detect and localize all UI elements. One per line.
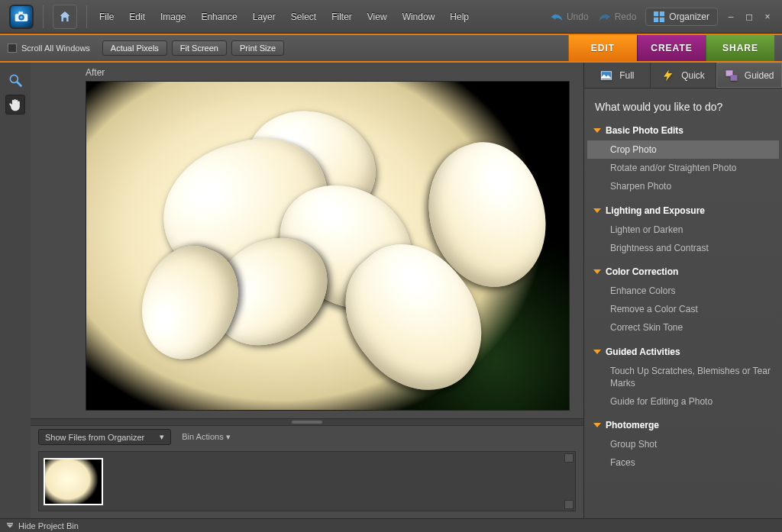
collapse-icon [6,523,14,529]
section-guided-activities[interactable]: Guided Activities [587,343,779,360]
bin-scrollbar[interactable] [564,453,574,509]
canvas-label: After [31,63,583,81]
svg-line-9 [18,82,21,86]
close-button[interactable]: × [761,11,774,23]
item-faces[interactable]: Faces [587,453,779,472]
zoom-tool[interactable] [5,70,25,90]
bin-splitter[interactable] [31,418,583,426]
item-sharpen-photo[interactable]: Sharpen Photo [587,177,779,195]
fit-screen-button[interactable]: Fit Screen [172,40,227,56]
camera-icon [15,11,28,22]
section-lighting-exposure[interactable]: Lighting and Exposure [587,202,779,219]
undo-label: Undo [567,11,589,22]
svg-point-3 [20,15,23,18]
triangle-down-icon [593,128,601,133]
item-touch-up-scratches[interactable]: Touch Up Scratches, Blemishes or Tear Ma… [587,362,779,392]
bin-actions-dropdown[interactable]: Bin Actions ▾ [182,432,230,442]
scroll-up-icon[interactable] [564,453,574,463]
subtab-guided[interactable]: Guided [716,63,782,88]
scroll-all-windows-checkbox[interactable]: Scroll All Windows [8,44,90,53]
actual-pixels-button[interactable]: Actual Pixels [102,40,167,56]
section-photomerge[interactable]: Photomerge [587,417,779,434]
bin-actions-label: Bin Actions [182,432,223,441]
checkbox-icon [8,44,17,53]
subtab-quick[interactable]: Quick [651,63,717,88]
mode-tab-edit[interactable]: EDIT [568,35,637,61]
item-guide-editing-photo[interactable]: Guide for Editing a Photo [587,392,779,411]
divider [86,5,87,28]
right-panel: Full Quick Guided What would you like to… [583,63,782,518]
quick-icon [661,69,675,82]
svg-rect-13 [7,523,13,524]
subtab-full-label: Full [619,70,634,81]
hand-tool[interactable] [5,95,25,114]
item-lighten-darken[interactable]: Lighten or Darken [587,221,779,239]
subtab-quick-label: Quick [681,70,705,81]
item-rotate-straighten[interactable]: Rotate and/or Straighten Photo [587,159,779,177]
grid-icon [654,11,664,22]
menu-image[interactable]: Image [153,8,193,25]
canvas-area: After Show Files from Organizer ▾ Bin Ac… [31,63,583,518]
triangle-down-icon [593,423,601,427]
main-area: After Show Files from Organizer ▾ Bin Ac… [0,63,782,518]
item-remove-color-cast[interactable]: Remove a Color Cast [587,300,779,318]
menu-enhance[interactable]: Enhance [193,8,244,25]
full-icon [599,69,613,82]
guided-icon [725,69,738,82]
mode-tab-create[interactable]: CREATE [637,35,706,61]
bin-strip [38,451,576,511]
menu-window[interactable]: Window [395,8,443,25]
item-brightness-contrast[interactable]: Brightness and Contrast [587,239,779,257]
section-color-correction[interactable]: Color Correction [587,263,779,280]
bin-thumbnail[interactable] [44,458,103,505]
main-menus: File Edit Image Enhance Layer Select Fil… [92,8,477,25]
menu-filter[interactable]: Filter [324,8,360,25]
item-crop-photo[interactable]: Crop Photo [587,140,779,159]
hide-project-bin-button[interactable]: Hide Project Bin [18,521,79,530]
magnifier-icon [8,73,23,88]
mode-tab-share[interactable]: SHARE [706,35,774,61]
redo-button[interactable]: Redo [598,11,637,22]
canvas-image[interactable] [86,81,570,411]
guided-panel-body: What would you like to do? Basic Photo E… [584,89,782,487]
redo-icon [598,12,612,21]
menu-view[interactable]: View [360,8,395,25]
menu-select[interactable]: Select [283,8,324,25]
menu-layer[interactable]: Layer [245,8,283,25]
minimize-button[interactable]: – [724,11,738,23]
print-size-button[interactable]: Print Size [231,40,284,56]
scroll-down-icon[interactable] [564,500,574,509]
triangle-down-icon [593,350,601,354]
menu-file[interactable]: File [92,8,121,25]
maximize-button[interactable]: ◻ [742,11,756,23]
window-controls: – ◻ × [724,11,777,23]
item-enhance-colors[interactable]: Enhance Colors [587,282,779,300]
bin-source-dropdown[interactable]: Show Files from Organizer ▾ [38,429,171,445]
scroll-all-label: Scroll All Windows [21,44,90,53]
undo-button[interactable]: Undo [550,11,589,22]
section-basic-photo-edits[interactable]: Basic Photo Edits [587,122,779,139]
status-bar: Hide Project Bin [0,518,782,532]
organizer-label: Organizer [669,11,709,22]
svg-rect-4 [654,11,658,16]
chevron-down-icon: ▾ [160,432,164,442]
triangle-down-icon [593,269,601,274]
undo-redo: Undo Redo [550,11,636,22]
menu-help[interactable]: Help [442,8,477,25]
item-correct-skin-tone[interactable]: Correct Skin Tone [587,318,779,337]
undo-icon [550,12,564,21]
triangle-down-icon [593,208,601,213]
item-group-shot[interactable]: Group Shot [587,435,779,453]
svg-rect-7 [660,17,664,21]
edit-subtabs: Full Quick Guided [584,63,782,89]
chevron-down-icon: ▾ [226,432,231,441]
svg-rect-1 [18,11,23,15]
project-bin: Show Files from Organizer ▾ Bin Actions … [31,426,583,516]
home-button[interactable] [53,5,77,29]
menu-edit[interactable]: Edit [121,8,153,25]
divider [43,5,44,28]
subtab-full[interactable]: Full [584,63,651,88]
svg-rect-6 [654,17,658,21]
hand-icon [8,97,23,112]
organizer-button[interactable]: Organizer [645,8,718,26]
